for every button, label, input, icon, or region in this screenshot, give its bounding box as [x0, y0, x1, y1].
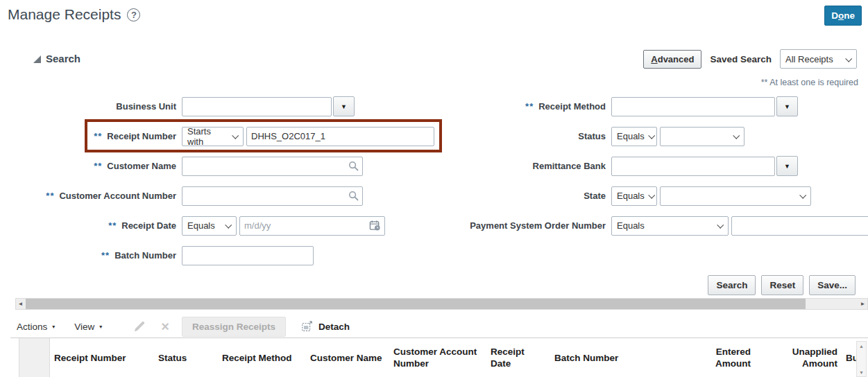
customer-account-number-input[interactable]	[182, 186, 363, 206]
remittance-bank-dropdown-button[interactable]: ▼	[776, 156, 798, 176]
status-label: Status	[578, 131, 606, 141]
state-label: State	[584, 191, 606, 201]
calendar-icon[interactable]	[369, 220, 381, 231]
column-header: Status	[154, 338, 218, 377]
receipt-date-row: **Receipt Date Equals	[0, 216, 385, 236]
chevron-down-icon	[717, 222, 724, 229]
business-unit-label: Business Unit	[116, 101, 176, 112]
saved-search-value: All Receipts	[785, 54, 833, 64]
row-selector-column	[10, 338, 19, 377]
receipt-date-label: Receipt Date	[121, 220, 176, 231]
dropdown-arrow-icon: ▼	[341, 103, 347, 110]
delete-icon: ×	[161, 319, 169, 333]
scroll-left-icon[interactable]: ◄	[16, 299, 25, 309]
dropdown-arrow-icon: ▼	[784, 103, 790, 110]
page-title: Manage Receipts ?	[8, 6, 140, 23]
column-header: Receipt Number	[50, 338, 154, 377]
payment-system-order-number-operator-select[interactable]: Equals	[611, 216, 729, 236]
state-operator-select[interactable]: Equals	[611, 186, 657, 206]
business-unit-row: Business Unit ▼	[0, 96, 355, 116]
remittance-bank-input[interactable]	[611, 157, 775, 176]
customer-name-row: **Customer Name	[0, 156, 363, 176]
status-operator-select[interactable]: Equals	[611, 127, 657, 146]
receipt-number-input[interactable]	[246, 127, 434, 146]
saved-search-select[interactable]: All Receipts	[780, 49, 857, 69]
chevron-down-icon	[733, 132, 740, 139]
manage-receipts-page: Manage Receipts ? Done Search Advanced S…	[0, 0, 868, 377]
saved-search-label: Saved Search	[710, 54, 772, 64]
receipt-method-row: **Receipt Method ▼	[444, 96, 798, 116]
status-row: Status Equals	[444, 126, 744, 146]
detach-icon[interactable]	[301, 320, 314, 333]
chevron-down-icon	[845, 55, 852, 62]
receipt-date-operator-select[interactable]: Equals	[182, 216, 237, 236]
chevron-down-icon	[799, 192, 806, 199]
customer-name-label: Customer Name	[107, 161, 176, 171]
menu-caret-icon: ▾	[52, 324, 55, 330]
gray-spacer-column	[19, 338, 50, 377]
state-value-select[interactable]	[660, 186, 811, 206]
customer-account-number-row: **Customer Account Number	[0, 186, 363, 206]
scroll-right-icon[interactable]: ►	[858, 299, 867, 309]
search-icon[interactable]	[348, 191, 359, 201]
customer-account-number-label: Customer Account Number	[59, 191, 176, 201]
receipt-method-dropdown-button[interactable]: ▼	[776, 96, 798, 116]
done-button[interactable]: Done	[824, 6, 862, 26]
reassign-receipts-button: Reassign Receipts	[182, 317, 286, 337]
search-section-heading[interactable]: Search	[46, 53, 80, 64]
customer-name-input[interactable]	[182, 157, 363, 176]
view-menu[interactable]: View ▾	[74, 322, 102, 332]
table-toolbar: Actions ▾ View ▾ × Reassign Receipts Det…	[0, 316, 868, 337]
save-button[interactable]: Save...	[809, 275, 856, 295]
receipt-date-input[interactable]	[239, 216, 385, 236]
chevron-down-icon	[225, 222, 232, 229]
advanced-button[interactable]: Advanced	[643, 50, 701, 69]
payment-system-order-number-input[interactable]	[731, 216, 868, 236]
help-icon[interactable]: ?	[127, 8, 140, 21]
column-header: Customer Name	[306, 338, 389, 377]
business-unit-dropdown-button[interactable]: ▼	[333, 96, 355, 116]
required-note: ** At least one is required	[761, 78, 858, 87]
search-controls: Advanced Saved Search All Receipts	[643, 49, 857, 69]
column-header: Customer Account Number	[389, 338, 486, 377]
state-row: State Equals	[444, 186, 811, 206]
column-header: Receipt Date	[486, 338, 550, 377]
search-icon[interactable]	[348, 161, 359, 171]
chevron-down-icon	[648, 132, 655, 139]
horizontal-scrollbar[interactable]: ◄ ►	[15, 298, 868, 310]
collapse-triangle-icon[interactable]	[33, 55, 41, 63]
remittance-bank-row: Remittance Bank ▼	[444, 156, 798, 176]
column-header: Receipt Method	[218, 338, 306, 377]
actions-menu[interactable]: Actions ▾	[17, 322, 55, 332]
receipt-method-input[interactable]	[611, 97, 775, 116]
chevron-down-icon	[648, 192, 655, 199]
receipt-method-label: Receipt Method	[538, 101, 606, 112]
payment-system-order-number-row: Payment System Order Number Equals	[444, 216, 868, 236]
horizontal-scrollbar-thumb[interactable]	[26, 299, 806, 309]
reset-button[interactable]: Reset	[761, 275, 803, 295]
menu-caret-icon: ▾	[99, 324, 102, 330]
scroll-up-icon[interactable]: ▲	[857, 342, 866, 350]
column-header: Batch Number	[550, 338, 679, 377]
scroll-down-icon[interactable]: ▼	[857, 368, 866, 376]
receipt-number-label: Receipt Number	[107, 131, 176, 141]
column-header: Unapplied Amount	[755, 338, 842, 377]
receipt-number-row: **Receipt Number Starts with	[0, 126, 434, 146]
receipt-number-operator-select[interactable]: Starts with	[182, 127, 244, 146]
payment-system-order-number-label: Payment System Order Number	[470, 220, 606, 231]
detach-button[interactable]: Detach	[318, 322, 350, 332]
chevron-down-icon	[232, 132, 239, 139]
batch-number-row: **Batch Number	[0, 245, 314, 265]
status-value-select[interactable]	[660, 127, 744, 146]
dropdown-arrow-icon: ▼	[784, 163, 790, 170]
column-header: Entered Amount	[679, 338, 755, 377]
search-button[interactable]: Search	[708, 275, 756, 295]
form-buttons: Search Reset Save...	[708, 275, 856, 295]
business-unit-input[interactable]	[182, 97, 332, 116]
page-title-text: Manage Receipts	[8, 6, 121, 23]
batch-number-label: Batch Number	[114, 250, 176, 261]
vertical-scrollbar[interactable]: ▲ ▼	[856, 341, 867, 377]
edit-icon	[133, 320, 146, 333]
batch-number-input[interactable]	[182, 246, 314, 265]
results-table-header: Receipt NumberStatusReceipt MethodCustom…	[10, 337, 868, 377]
